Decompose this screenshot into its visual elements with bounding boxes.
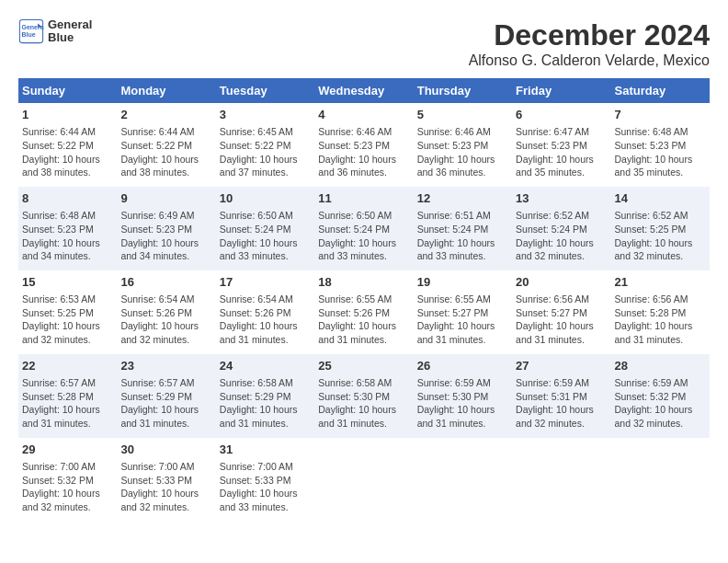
week-row-1: 1Sunrise: 6:44 AM Sunset: 5:22 PM Daylig… [18, 103, 710, 187]
day-cell: 23Sunrise: 6:57 AM Sunset: 5:29 PM Dayli… [117, 354, 215, 438]
day-info: Sunrise: 6:52 AM Sunset: 5:24 PM Dayligh… [516, 209, 607, 263]
day-cell: 7Sunrise: 6:48 AM Sunset: 5:23 PM Daylig… [611, 103, 710, 187]
day-info: Sunrise: 6:44 AM Sunset: 5:22 PM Dayligh… [22, 125, 113, 179]
day-info: Sunrise: 6:54 AM Sunset: 5:26 PM Dayligh… [220, 293, 311, 347]
header-cell-monday: Monday [117, 78, 215, 103]
title-block: December 2024 Alfonso G. Calderon Velard… [469, 18, 710, 69]
day-cell: 20Sunrise: 6:56 AM Sunset: 5:27 PM Dayli… [512, 270, 610, 354]
day-info: Sunrise: 6:54 AM Sunset: 5:26 PM Dayligh… [120, 293, 211, 347]
week-row-2: 8Sunrise: 6:48 AM Sunset: 5:23 PM Daylig… [18, 187, 710, 270]
day-cell: 30Sunrise: 7:00 AM Sunset: 5:33 PM Dayli… [117, 438, 215, 522]
day-number: 13 [516, 190, 607, 207]
day-info: Sunrise: 6:51 AM Sunset: 5:24 PM Dayligh… [417, 209, 508, 263]
day-cell: 4Sunrise: 6:46 AM Sunset: 5:23 PM Daylig… [314, 103, 413, 187]
main-title: December 2024 [469, 18, 710, 52]
day-number: 12 [417, 190, 508, 207]
day-cell: 18Sunrise: 6:55 AM Sunset: 5:26 PM Dayli… [314, 270, 413, 354]
day-cell: 16Sunrise: 6:54 AM Sunset: 5:26 PM Dayli… [117, 270, 215, 354]
svg-text:Blue: Blue [22, 32, 36, 39]
day-info: Sunrise: 6:50 AM Sunset: 5:24 PM Dayligh… [318, 209, 409, 263]
day-cell [414, 438, 512, 522]
day-number: 7 [615, 107, 706, 123]
day-number: 28 [615, 358, 706, 374]
header-row: SundayMondayTuesdayWednesdayThursdayFrid… [18, 78, 710, 103]
day-number: 18 [318, 274, 409, 291]
day-cell: 26Sunrise: 6:59 AM Sunset: 5:30 PM Dayli… [414, 354, 512, 438]
calendar-table: SundayMondayTuesdayWednesdayThursdayFrid… [18, 78, 710, 522]
day-number: 26 [417, 358, 508, 374]
day-info: Sunrise: 6:58 AM Sunset: 5:29 PM Dayligh… [220, 376, 311, 431]
logo-line2: Blue [48, 31, 92, 44]
header-cell-tuesday: Tuesday [216, 78, 314, 103]
day-info: Sunrise: 6:59 AM Sunset: 5:30 PM Dayligh… [417, 376, 508, 431]
day-cell: 15Sunrise: 6:53 AM Sunset: 5:25 PM Dayli… [18, 270, 117, 354]
day-cell: 17Sunrise: 6:54 AM Sunset: 5:26 PM Dayli… [216, 270, 314, 354]
day-number: 21 [615, 274, 706, 291]
day-number: 17 [220, 274, 311, 291]
day-cell: 6Sunrise: 6:47 AM Sunset: 5:23 PM Daylig… [512, 103, 610, 187]
calendar-body: 1Sunrise: 6:44 AM Sunset: 5:22 PM Daylig… [18, 103, 710, 522]
day-number: 6 [516, 107, 607, 123]
day-cell: 28Sunrise: 6:59 AM Sunset: 5:32 PM Dayli… [611, 354, 710, 438]
day-info: Sunrise: 6:59 AM Sunset: 5:31 PM Dayligh… [516, 376, 607, 431]
day-cell [611, 438, 710, 522]
day-info: Sunrise: 6:44 AM Sunset: 5:22 PM Dayligh… [120, 125, 211, 179]
day-info: Sunrise: 6:53 AM Sunset: 5:25 PM Dayligh… [22, 293, 113, 347]
day-number: 24 [220, 358, 311, 374]
day-number: 9 [120, 190, 211, 207]
week-row-5: 29Sunrise: 7:00 AM Sunset: 5:32 PM Dayli… [18, 438, 710, 522]
logo-text: General Blue [48, 18, 92, 45]
day-info: Sunrise: 6:47 AM Sunset: 5:23 PM Dayligh… [516, 125, 607, 179]
day-number: 23 [120, 358, 211, 374]
day-cell: 24Sunrise: 6:58 AM Sunset: 5:29 PM Dayli… [216, 354, 314, 438]
day-info: Sunrise: 6:57 AM Sunset: 5:28 PM Dayligh… [22, 376, 113, 431]
day-cell [512, 438, 610, 522]
day-cell: 8Sunrise: 6:48 AM Sunset: 5:23 PM Daylig… [18, 187, 117, 270]
day-number: 25 [318, 358, 409, 374]
day-info: Sunrise: 6:46 AM Sunset: 5:23 PM Dayligh… [417, 125, 508, 179]
day-number: 14 [615, 190, 706, 207]
day-info: Sunrise: 7:00 AM Sunset: 5:33 PM Dayligh… [120, 460, 211, 514]
day-cell: 14Sunrise: 6:52 AM Sunset: 5:25 PM Dayli… [611, 187, 710, 270]
calendar-header: SundayMondayTuesdayWednesdayThursdayFrid… [18, 78, 710, 103]
header-cell-thursday: Thursday [414, 78, 512, 103]
day-number: 4 [318, 107, 409, 123]
logo-icon: General Blue [18, 18, 44, 44]
logo: General Blue General Blue [18, 18, 92, 45]
day-info: Sunrise: 7:00 AM Sunset: 5:33 PM Dayligh… [220, 460, 311, 514]
day-info: Sunrise: 6:58 AM Sunset: 5:30 PM Dayligh… [318, 376, 409, 431]
day-number: 27 [516, 358, 607, 374]
day-info: Sunrise: 6:55 AM Sunset: 5:27 PM Dayligh… [417, 293, 508, 347]
day-cell: 5Sunrise: 6:46 AM Sunset: 5:23 PM Daylig… [414, 103, 512, 187]
day-number: 5 [417, 107, 508, 123]
day-info: Sunrise: 6:52 AM Sunset: 5:25 PM Dayligh… [615, 209, 706, 263]
day-cell: 3Sunrise: 6:45 AM Sunset: 5:22 PM Daylig… [216, 103, 314, 187]
day-number: 29 [22, 442, 113, 458]
day-cell: 27Sunrise: 6:59 AM Sunset: 5:31 PM Dayli… [512, 354, 610, 438]
day-cell: 29Sunrise: 7:00 AM Sunset: 5:32 PM Dayli… [18, 438, 117, 522]
header-cell-friday: Friday [512, 78, 610, 103]
day-cell: 25Sunrise: 6:58 AM Sunset: 5:30 PM Dayli… [314, 354, 413, 438]
day-cell: 21Sunrise: 6:56 AM Sunset: 5:28 PM Dayli… [611, 270, 710, 354]
week-row-3: 15Sunrise: 6:53 AM Sunset: 5:25 PM Dayli… [18, 270, 710, 354]
day-number: 22 [22, 358, 113, 374]
day-number: 19 [417, 274, 508, 291]
day-info: Sunrise: 6:59 AM Sunset: 5:32 PM Dayligh… [615, 376, 706, 431]
day-cell: 11Sunrise: 6:50 AM Sunset: 5:24 PM Dayli… [314, 187, 413, 270]
day-cell: 9Sunrise: 6:49 AM Sunset: 5:23 PM Daylig… [117, 187, 215, 270]
day-info: Sunrise: 6:49 AM Sunset: 5:23 PM Dayligh… [120, 209, 211, 263]
day-cell: 1Sunrise: 6:44 AM Sunset: 5:22 PM Daylig… [18, 103, 117, 187]
header-cell-sunday: Sunday [18, 78, 117, 103]
day-number: 11 [318, 190, 409, 207]
day-info: Sunrise: 6:48 AM Sunset: 5:23 PM Dayligh… [615, 125, 706, 179]
day-number: 31 [220, 442, 311, 458]
day-info: Sunrise: 6:48 AM Sunset: 5:23 PM Dayligh… [22, 209, 113, 263]
day-info: Sunrise: 6:50 AM Sunset: 5:24 PM Dayligh… [220, 209, 311, 263]
day-number: 2 [120, 107, 211, 123]
day-cell: 13Sunrise: 6:52 AM Sunset: 5:24 PM Dayli… [512, 187, 610, 270]
day-info: Sunrise: 6:56 AM Sunset: 5:27 PM Dayligh… [516, 293, 607, 347]
week-row-4: 22Sunrise: 6:57 AM Sunset: 5:28 PM Dayli… [18, 354, 710, 438]
day-number: 3 [220, 107, 311, 123]
day-cell: 12Sunrise: 6:51 AM Sunset: 5:24 PM Dayli… [414, 187, 512, 270]
day-number: 15 [22, 274, 113, 291]
